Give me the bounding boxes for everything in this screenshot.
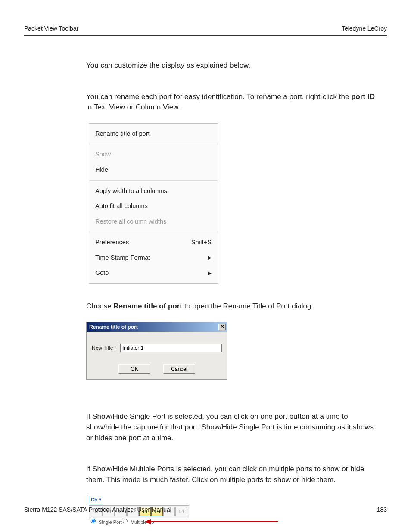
radio-single-input[interactable] <box>91 519 96 523</box>
new-title-label: New Title : <box>92 345 116 352</box>
page-footer: Sierra M122 SAS/SATA Protocol Analyzer U… <box>24 506 387 513</box>
ctx-item-shortcut: Shift+S <box>191 236 212 249</box>
ctx-timestamp-format[interactable]: Time Stamp Format ▶ <box>89 250 218 266</box>
dialog-title-text: Rename title of port <box>89 324 138 331</box>
para-multiple-ports: If Show/Hide Multiple Ports is selected,… <box>86 464 382 485</box>
para-rename-bold: port ID <box>351 93 375 101</box>
context-menu: Rename title of port Show Hide Apply wid… <box>89 123 218 284</box>
dialog-titlebar: Rename title of port ✕ <box>87 322 227 332</box>
ctx-item-label: Time Stamp Format <box>95 252 150 264</box>
dropdown-caret-icon: ▼ <box>98 497 102 503</box>
channel-label: Ch <box>91 497 97 504</box>
ctx-item-label: Rename title of port <box>95 128 150 140</box>
cancel-button[interactable]: Cancel <box>163 364 195 374</box>
ok-button[interactable]: OK <box>118 364 150 374</box>
header-right: Teledyne LeCroy <box>342 25 387 32</box>
radio-single-label: Single Port <box>99 520 122 525</box>
rename-dialog: Rename title of port ✕ New Title : OK Ca… <box>86 322 227 380</box>
ctx-show: Show <box>89 147 218 162</box>
ctx-item-label: Restore all column widths <box>95 216 166 228</box>
header-left: Packet View Toolbar <box>24 25 78 32</box>
close-icon: ✕ <box>220 324 224 330</box>
submenu-arrow-icon: ▶ <box>208 268 212 278</box>
ctx-item-label: Apply width to all columns <box>95 185 167 197</box>
para-single-port: If Show/Hide Single Port is selected, yo… <box>86 411 382 443</box>
dialog-close-button[interactable]: ✕ <box>218 324 226 330</box>
ctx-item-label: Goto <box>95 267 109 279</box>
ctx-item-label: Hide <box>95 164 108 176</box>
page-header: Packet View Toolbar Teledyne LeCroy <box>24 25 387 36</box>
ctx-item-label: Show <box>95 149 111 161</box>
para-choose-bold: Rename title of port <box>113 302 182 310</box>
radio-multiple-input[interactable] <box>123 519 128 523</box>
ctx-item-label: Auto fit all columns <box>95 200 148 212</box>
ctx-preferences[interactable]: Preferences Shift+S <box>89 235 218 250</box>
ctx-auto-fit[interactable]: Auto fit all columns <box>89 199 218 214</box>
footer-left: Sierra M122 SAS/SATA Protocol Analyzer U… <box>24 506 171 513</box>
callout-arrow-icon <box>145 518 283 525</box>
ctx-apply-width[interactable]: Apply width to all columns <box>89 184 218 199</box>
ctx-rename-title[interactable]: Rename title of port <box>89 126 218 142</box>
para-rename-after: in Text View or Column View. <box>86 103 180 111</box>
page-content: You can customize the display as explain… <box>86 60 382 526</box>
channel-dropdown[interactable]: Ch ▼ <box>89 496 103 504</box>
para-choose-rename: Choose Rename title of port to open the … <box>86 301 382 312</box>
para-rename-before: You can rename each port for easy identi… <box>86 93 351 101</box>
svg-marker-1 <box>145 519 151 524</box>
para-choose-after: to open the Rename Title of Port dialog. <box>182 302 313 310</box>
new-title-input[interactable] <box>120 344 222 352</box>
submenu-arrow-icon: ▶ <box>208 253 212 263</box>
ctx-goto[interactable]: Goto ▶ <box>89 265 218 281</box>
para-customize: You can customize the display as explain… <box>86 60 382 71</box>
radio-single-port[interactable]: Single Port <box>90 518 122 526</box>
ctx-item-label: Preferences <box>95 236 129 249</box>
para-choose-before: Choose <box>86 302 113 310</box>
ctx-restore-widths: Restore all column widths <box>89 214 218 230</box>
footer-page-number: 183 <box>377 506 387 513</box>
ctx-hide[interactable]: Hide <box>89 162 218 178</box>
para-rename-intro: You can rename each port for easy identi… <box>86 92 382 113</box>
